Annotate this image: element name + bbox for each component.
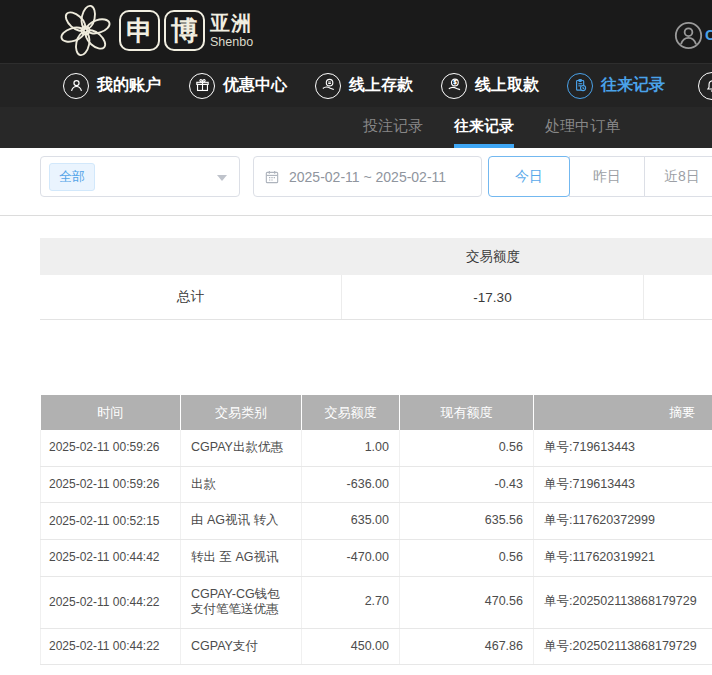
- cell-summary: 单号:719613443: [534, 430, 712, 466]
- cell-summary: 单号:117620319921: [534, 539, 712, 576]
- column-header-type: 交易类别: [181, 395, 302, 430]
- section-divider: [0, 215, 712, 216]
- cell-amount: -636.00: [302, 466, 400, 503]
- summary-table: 交易额度 总计 -17.30: [40, 238, 712, 320]
- column-header-time: 时间: [41, 395, 181, 430]
- records-table-header-row: 时间 交易类别 交易额度 现有额度 摘要: [41, 395, 712, 430]
- nav-item-my-account[interactable]: 我的账户: [63, 73, 161, 99]
- table-row: 2025-02-11 00:59:26出款-636.00-0.43单号:7196…: [41, 466, 712, 503]
- summary-total-value: -17.30: [342, 275, 644, 319]
- summary-header-cell: [40, 238, 342, 275]
- calendar-icon: [264, 169, 280, 185]
- summary-total-label: 总计: [40, 275, 342, 319]
- summary-header-cell: [644, 238, 712, 275]
- table-row: 2025-02-11 00:44:22CGPAY支付450.00467.86单号…: [41, 628, 712, 665]
- type-filter-tag[interactable]: 全部: [49, 163, 95, 191]
- table-row: 2025-02-11 00:52:15由 AG视讯 转入635.00635.56…: [41, 503, 712, 540]
- cell-type: CGPAY-CG钱包支付笔笔送优惠: [181, 576, 302, 628]
- nav-item-transaction-records[interactable]: 往来记录: [567, 73, 665, 99]
- type-filter-select[interactable]: 全部: [40, 156, 240, 197]
- table-row: 2025-02-11 00:59:26CGPAY出款优惠1.000.56单号:7…: [41, 430, 712, 466]
- summary-empty-cell: [644, 275, 712, 319]
- cell-type: 转出 至 AG视讯: [181, 539, 302, 576]
- nav-item-label: 线上取款: [475, 75, 539, 96]
- yesterday-button[interactable]: 昨日: [569, 156, 645, 197]
- table-row: 2025-02-11 00:44:42转出 至 AG视讯-470.000.56单…: [41, 539, 712, 576]
- nav-item-deposit[interactable]: 线上存款: [315, 73, 413, 99]
- date-range-value: 2025-02-11 ~ 2025-02-11: [289, 169, 446, 185]
- records-table-body: 2025-02-11 00:59:26CGPAY出款优惠1.000.56单号:7…: [41, 430, 712, 665]
- cell-summary: 单号:202502113868179729: [534, 576, 712, 628]
- logo-char-shen: 申: [119, 10, 160, 51]
- cell-amount: 2.70: [302, 576, 400, 628]
- withdraw-icon: $: [441, 73, 467, 99]
- nav-item-withdraw[interactable]: $ 线上取款: [441, 73, 539, 99]
- date-range-picker[interactable]: 2025-02-11 ~ 2025-02-11: [253, 156, 482, 197]
- nav-item-promotions[interactable]: 优惠中心: [189, 73, 287, 99]
- account-name-partial[interactable]: C: [705, 26, 712, 43]
- svg-text:$: $: [453, 79, 456, 85]
- tab-processing-orders[interactable]: 处理中订单: [545, 107, 620, 148]
- cell-summary: 单号:202502113868179729: [534, 628, 712, 665]
- deposit-icon: [315, 73, 341, 99]
- column-header-balance: 现有额度: [400, 395, 534, 430]
- quick-date-buttons: 今日 昨日 近8日: [488, 156, 712, 197]
- last-8-days-button[interactable]: 近8日: [644, 156, 712, 197]
- summary-table-header: 交易额度: [40, 238, 712, 275]
- cell-time: 2025-02-11 00:59:26: [41, 466, 181, 503]
- cell-balance: 0.56: [400, 539, 534, 576]
- gift-icon: [189, 73, 215, 99]
- logo-region-text: 亚洲: [210, 13, 253, 33]
- cell-balance: 467.86: [400, 628, 534, 665]
- bell-icon[interactable]: [698, 72, 712, 100]
- logo-latin-text: Shenbo: [210, 36, 253, 49]
- cell-balance: -0.43: [400, 466, 534, 503]
- cell-balance: 635.56: [400, 503, 534, 540]
- cell-summary: 单号:719613443: [534, 466, 712, 503]
- main-nav: 我的账户 优惠中心 线上存款: [0, 63, 712, 107]
- cell-balance: 470.56: [400, 576, 534, 628]
- sub-nav: 投注记录 往来记录 处理中订单: [0, 107, 712, 148]
- tab-transaction-records[interactable]: 往来记录: [454, 107, 514, 148]
- cell-amount: 1.00: [302, 430, 400, 466]
- cell-time: 2025-02-11 00:44:42: [41, 539, 181, 576]
- page: 申 博 亚洲 Shenbo C 我的账户: [0, 0, 712, 675]
- cell-balance: 0.56: [400, 430, 534, 466]
- cell-type: 由 AG视讯 转入: [181, 503, 302, 540]
- cell-amount: -470.00: [302, 539, 400, 576]
- cell-time: 2025-02-11 00:52:15: [41, 503, 181, 540]
- nav-item-label: 我的账户: [97, 75, 161, 96]
- logo-char-bo: 博: [164, 10, 205, 51]
- chevron-down-icon: [217, 175, 227, 181]
- records-icon: [567, 73, 593, 99]
- cell-time: 2025-02-11 00:44:22: [41, 628, 181, 665]
- table-row: 2025-02-11 00:44:22CGPAY-CG钱包支付笔笔送优惠2.70…: [41, 576, 712, 628]
- cell-amount: 635.00: [302, 503, 400, 540]
- cell-type: CGPAY出款优惠: [181, 430, 302, 466]
- account-avatar-icon[interactable]: [674, 21, 703, 50]
- column-header-amount: 交易额度: [302, 395, 400, 430]
- column-header-summary: 摘要: [534, 395, 712, 430]
- summary-header-cell: 交易额度: [342, 238, 644, 275]
- cell-time: 2025-02-11 00:59:26: [41, 430, 181, 466]
- user-icon: [63, 73, 89, 99]
- nav-item-label: 往来记录: [601, 75, 665, 96]
- nav-item-label: 线上存款: [349, 75, 413, 96]
- cell-type: CGPAY支付: [181, 628, 302, 665]
- today-button[interactable]: 今日: [488, 156, 570, 197]
- flower-logo-icon: [57, 2, 114, 59]
- cell-amount: 450.00: [302, 628, 400, 665]
- records-table: 时间 交易类别 交易额度 现有额度 摘要 2025-02-11 00:59:26…: [40, 395, 712, 665]
- tab-betting-records[interactable]: 投注记录: [363, 107, 423, 148]
- cell-time: 2025-02-11 00:44:22: [41, 576, 181, 628]
- summary-total-row: 总计 -17.30: [40, 275, 712, 320]
- cell-summary: 单号:117620372999: [534, 503, 712, 540]
- nav-item-label: 优惠中心: [223, 75, 287, 96]
- cell-type: 出款: [181, 466, 302, 503]
- site-logo[interactable]: 申 博 亚洲 Shenbo: [57, 2, 253, 59]
- site-header: 申 博 亚洲 Shenbo C: [0, 0, 712, 63]
